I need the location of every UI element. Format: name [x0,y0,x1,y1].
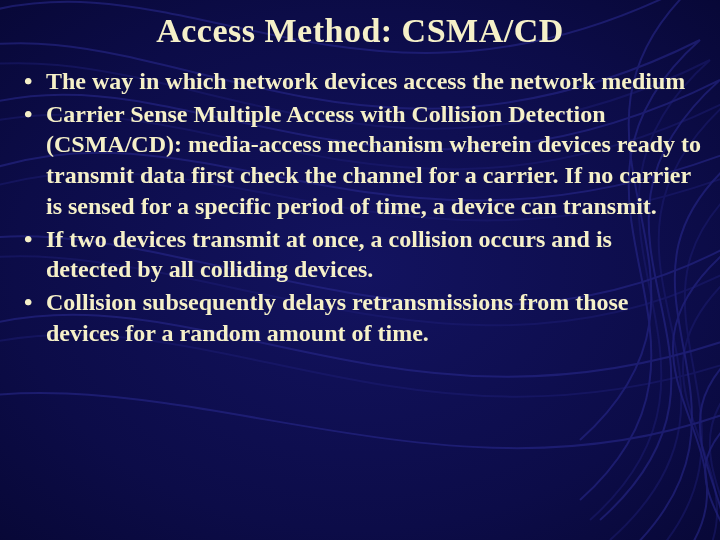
bullet-item: If two devices transmit at once, a colli… [46,224,702,285]
bullet-item: Carrier Sense Multiple Access with Colli… [46,99,702,222]
bullet-item: The way in which network devices access … [46,66,702,97]
slide-content: Access Method: CSMA/CD The way in which … [0,0,720,348]
bullet-list: The way in which network devices access … [18,66,702,348]
slide-title: Access Method: CSMA/CD [18,12,702,50]
bullet-item: Collision subsequently delays retransmis… [46,287,702,348]
